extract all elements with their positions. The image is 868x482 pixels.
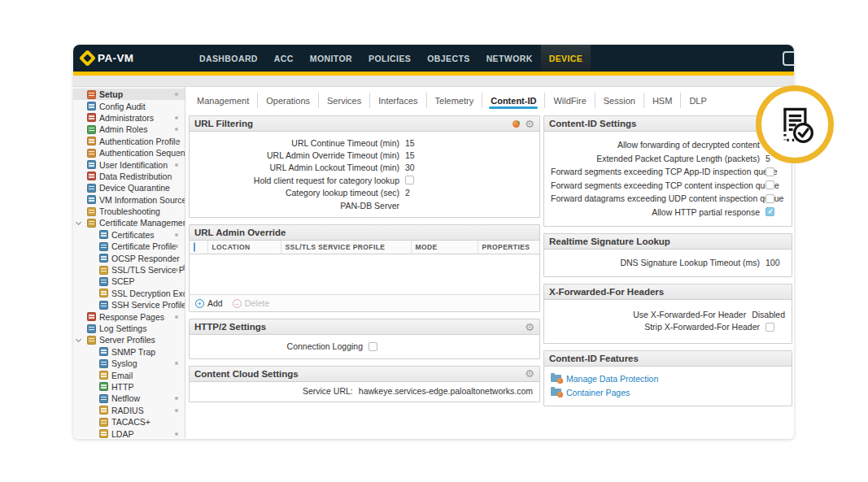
forward-tcp-appid-queue-checkbox[interactable]: [765, 167, 774, 176]
sidebar-item-ssl-tls-service-profile[interactable]: SSL/TLS Service Profile: [73, 264, 185, 276]
dot-indicator: [175, 93, 178, 96]
sidebar-item-ldap[interactable]: LDAP: [73, 428, 185, 438]
dot-indicator: [175, 116, 178, 119]
hold-client-request-checkbox[interactable]: [405, 176, 414, 185]
form-row: Extended Packet Capture Length (packets)…: [551, 152, 785, 166]
sidebar-item-vm-information-sources[interactable]: VM Information Sources: [73, 194, 185, 206]
sidebar-item-user-identification[interactable]: User Identification: [73, 158, 185, 170]
sidebar-item-syslog[interactable]: Syslog: [73, 358, 185, 369]
server-profiles-icon: [87, 336, 96, 345]
chevron-down-icon[interactable]: [76, 219, 81, 225]
column-header[interactable]: PROPERTIES: [478, 241, 539, 254]
strip-xff-header-checkbox[interactable]: [765, 323, 774, 332]
delete-button[interactable]: −Delete: [233, 298, 269, 308]
nav-dashboard[interactable]: DASHBOARD: [191, 45, 266, 72]
app-window: PA-VM DASHBOARD ACC MONITOR POLICIES OBJ…: [73, 45, 794, 439]
sidebar-item-scep[interactable]: SCEP: [73, 276, 185, 287]
sidebar-item-ocsp-responder[interactable]: OCSP Responder: [73, 252, 185, 263]
partial-commit-button[interactable]: [783, 51, 794, 66]
tab-operations[interactable]: Operations: [257, 93, 318, 108]
sidebar-item-http[interactable]: HTTP: [73, 381, 185, 393]
form-row: Use X-Forwarded-For HeaderDisabled: [551, 308, 785, 320]
gear-icon[interactable]: ⚙: [525, 368, 534, 379]
column-header[interactable]: LOCATION: [207, 241, 281, 254]
ssl-tls-service-profile-icon: [99, 266, 108, 275]
authentication-sequence-icon: [87, 149, 96, 158]
sidebar-item-tacacs[interactable]: TACACS+: [73, 416, 185, 428]
select-all-checkbox[interactable]: [194, 242, 195, 252]
panel-title: URL Admin Override: [194, 228, 534, 237]
certificates-icon: [99, 230, 108, 239]
ldap-icon: [99, 429, 108, 438]
sidebar-item-email[interactable]: Email: [73, 369, 185, 380]
nav-device[interactable]: DEVICE: [541, 45, 591, 72]
troubleshooting-icon: [87, 207, 96, 216]
nav-policies[interactable]: POLICIES: [360, 45, 419, 72]
x-forwarded-for-headers-panel: X-Forwarded-For Headers Use X-Forwarded-…: [543, 284, 792, 344]
sidebar-item-device-quarantine[interactable]: Device Quarantine: [73, 182, 185, 193]
administrators-icon: [87, 113, 96, 122]
tab-wildfire[interactable]: WildFire: [544, 93, 594, 108]
forward-tcp-content-queue-checkbox[interactable]: [765, 180, 774, 189]
panel-title: HTTP/2 Settings: [194, 322, 520, 332]
form-row: URL Admin Override Timeout (min)15: [196, 149, 533, 161]
sidebar-item-certificate-management[interactable]: Certificate Management: [73, 217, 185, 228]
syslog-icon: [99, 359, 108, 368]
sidebar-item-authentication-sequence[interactable]: Authentication Sequence: [73, 147, 185, 158]
column-header[interactable]: SSL/TLS SERVICE PROFILE: [281, 241, 411, 254]
nav-network[interactable]: NETWORK: [478, 45, 541, 72]
nav-acc[interactable]: ACC: [266, 45, 302, 72]
sidebar-item-server-profiles[interactable]: Server Profiles: [73, 334, 185, 345]
table-empty-area: [190, 254, 539, 294]
sidebar-item-log-settings[interactable]: Log Settings: [73, 323, 185, 334]
connection-logging-checkbox[interactable]: [369, 342, 377, 351]
content-id-features-panel: Content-ID Features Manage Data Protecti…: [543, 350, 792, 406]
url-database-icon[interactable]: [513, 120, 520, 128]
form-row: PAN-DB Server: [196, 199, 533, 211]
sidebar-item-config-audit[interactable]: Config Audit: [73, 100, 185, 111]
email-icon: [99, 371, 108, 380]
tab-content-id[interactable]: Content-ID: [482, 93, 544, 108]
sidebar-item-radius[interactable]: RADIUS: [73, 405, 185, 416]
sidebar-item-administrators[interactable]: Administrators: [73, 112, 185, 124]
sidebar-item-certificates[interactable]: Certificates: [73, 229, 185, 241]
nav-monitor[interactable]: MONITOR: [302, 45, 360, 72]
container-pages-link[interactable]: Container Pages: [551, 385, 785, 399]
dot-indicator: [175, 397, 178, 400]
tab-session[interactable]: Session: [595, 93, 643, 108]
add-button[interactable]: +Add: [195, 298, 223, 308]
gear-icon[interactable]: ⚙: [525, 322, 534, 332]
sidebar-item-admin-roles[interactable]: Admin Roles: [73, 124, 185, 135]
tab-hsm[interactable]: HSM: [643, 93, 680, 108]
sidebar-collapse-icon[interactable]: [181, 264, 185, 271]
form-row: Category lookup timeout (sec)2: [196, 187, 533, 199]
sidebar-item-certificate-profile[interactable]: Certificate Profile: [73, 241, 185, 252]
verified-document-badge: [756, 85, 834, 163]
sidebar-item-ssl-decryption-exclusion[interactable]: SSL Decryption Exclusion: [73, 288, 185, 299]
certificate-profile-icon: [99, 242, 108, 251]
tab-telemetry[interactable]: Telemetry: [426, 93, 482, 108]
tab-interfaces[interactable]: Interfaces: [369, 93, 425, 108]
tab-services[interactable]: Services: [318, 93, 369, 108]
sidebar-item-troubleshooting[interactable]: Troubleshooting: [73, 206, 185, 217]
sidebar-item-setup[interactable]: Setup: [73, 89, 185, 100]
column-header[interactable]: MODE: [411, 241, 478, 254]
form-row: Forward datagrams exceeding UDP content …: [551, 192, 785, 206]
sidebar-item-snmp-trap[interactable]: SNMP Trap: [73, 346, 185, 358]
chevron-down-icon[interactable]: [76, 337, 81, 342]
nav-objects[interactable]: OBJECTS: [419, 45, 478, 72]
sidebar-item-response-pages[interactable]: Response Pages: [73, 310, 185, 322]
toolbar-strip: [73, 76, 794, 87]
sidebar-item-data-redistribution[interactable]: Data Redistribution: [73, 171, 185, 182]
sidebar-item-authentication-profile[interactable]: Authentication Profile: [73, 136, 185, 147]
allow-http-partial-response-checkbox[interactable]: [765, 207, 774, 216]
netflow-icon: [99, 394, 108, 403]
tab-management[interactable]: Management: [189, 93, 257, 108]
tab-dlp[interactable]: DLP: [680, 93, 714, 108]
forward-udp-content-queue-checkbox[interactable]: [765, 194, 774, 203]
panel-title: URL Filtering: [194, 119, 513, 128]
sidebar-item-netflow[interactable]: Netflow: [73, 393, 185, 404]
gear-icon[interactable]: ⚙: [525, 119, 534, 129]
manage-data-protection-link[interactable]: Manage Data Protection: [551, 371, 785, 385]
sidebar-item-ssh-service-profile[interactable]: SSH Service Profile: [73, 299, 185, 310]
